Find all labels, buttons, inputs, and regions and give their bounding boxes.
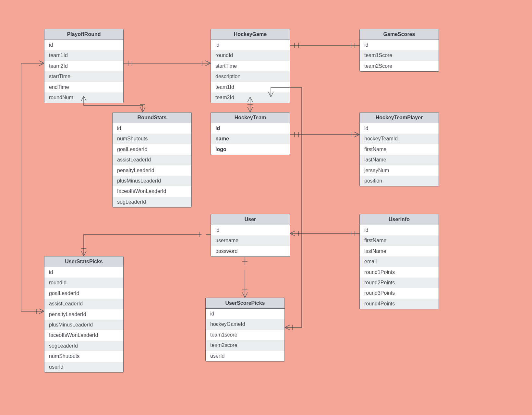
- field: lastName: [360, 246, 439, 256]
- field: id: [360, 40, 439, 50]
- field: numShutouts: [113, 134, 191, 144]
- field: faceoffsWonLeaderId: [113, 186, 191, 196]
- field: endTime: [44, 82, 123, 92]
- field: id: [211, 40, 290, 50]
- field: sogLeaderId: [113, 197, 191, 207]
- field: id: [44, 40, 123, 50]
- entity-hockeyteam: HockeyTeam id name logo: [211, 112, 290, 155]
- field: team1Id: [211, 82, 290, 92]
- entity-hockeyteamplayer: HockeyTeamPlayer id hockeyTeamId firstNa…: [359, 112, 439, 186]
- field: numShutouts: [44, 351, 123, 362]
- svg-point-25: [243, 265, 247, 270]
- entity-roundstats: RoundStats id numShutouts goalLeaderId a…: [112, 112, 192, 208]
- entity-title: HockeyGame: [211, 29, 290, 40]
- field: startTime: [211, 61, 290, 71]
- field: team2Id: [211, 92, 290, 103]
- field: goalLeaderId: [44, 288, 123, 299]
- entity-gamescores: GameScores id team1Score team2Score: [359, 29, 439, 72]
- field: assistLeaderId: [44, 299, 123, 309]
- field: team2Score: [360, 61, 439, 71]
- field: logo: [211, 144, 290, 155]
- entity-title: HockeyTeamPlayer: [360, 113, 439, 123]
- field: assistLeaderId: [113, 155, 191, 165]
- field: hockeyTeamId: [360, 134, 439, 144]
- field: password: [211, 246, 290, 256]
- field: roundNum: [44, 92, 123, 103]
- field: plusMinusLeaderId: [44, 320, 123, 330]
- field: roundId: [44, 278, 123, 288]
- field: team2score: [206, 340, 284, 350]
- field: firstName: [360, 235, 439, 246]
- field: username: [211, 235, 290, 246]
- field: round1Points: [360, 267, 439, 278]
- field: id: [211, 225, 290, 235]
- entity-user: User id username password: [211, 214, 290, 257]
- field: email: [360, 256, 439, 267]
- entity-title: User: [211, 214, 290, 225]
- field: userId: [206, 351, 284, 361]
- field: id: [113, 123, 191, 134]
- field: roundId: [211, 50, 290, 61]
- field: id: [44, 267, 123, 278]
- field: id: [360, 225, 439, 235]
- field: description: [211, 71, 290, 82]
- field: id: [360, 123, 439, 134]
- entity-title: PlayoffRound: [44, 29, 123, 40]
- field: team1Id: [44, 50, 123, 61]
- entity-title: UserStatsPicks: [44, 256, 123, 267]
- entity-hockeygame: HockeyGame id roundId startTime descript…: [211, 29, 290, 103]
- entity-playoffround: PlayoffRound id team1Id team2Id startTim…: [44, 29, 124, 103]
- svg-point-20: [201, 232, 206, 237]
- field: sogLeaderId: [44, 341, 123, 351]
- field: round2Points: [360, 278, 439, 288]
- field: team1Score: [360, 50, 439, 61]
- field: goalLeaderId: [113, 144, 191, 155]
- field: startTime: [44, 71, 123, 82]
- field: id: [211, 123, 290, 134]
- field: position: [360, 176, 439, 186]
- field: lastName: [360, 155, 439, 165]
- entity-userstatspicks: UserStatsPicks id roundId goalLeaderId a…: [44, 256, 124, 373]
- entity-title: RoundStats: [113, 113, 191, 123]
- field: round3Points: [360, 288, 439, 298]
- field: hockeyGameId: [206, 319, 284, 329]
- field: penaltyLeaderId: [44, 309, 123, 320]
- field: plusMinusLeaderId: [113, 176, 191, 186]
- field: name: [211, 134, 290, 144]
- field: firstName: [360, 144, 439, 155]
- entity-title: UserScorePicks: [206, 298, 284, 309]
- entity-title: GameScores: [360, 29, 439, 40]
- field: id: [206, 309, 284, 319]
- entity-title: UserInfo: [360, 214, 439, 225]
- field: penaltyLeaderId: [113, 165, 191, 176]
- field: userId: [44, 362, 123, 372]
- field: jerseyNum: [360, 165, 439, 176]
- entity-userinfo: UserInfo id firstName lastName email rou…: [359, 214, 439, 309]
- field: faceoffsWonLeaderId: [44, 330, 123, 340]
- field: team1score: [206, 330, 284, 340]
- field: team2Id: [44, 61, 123, 71]
- entity-title: HockeyTeam: [211, 113, 290, 123]
- entity-userscorepicks: UserScorePicks id hockeyGameId team1scor…: [205, 298, 285, 362]
- field: round4Points: [360, 299, 439, 309]
